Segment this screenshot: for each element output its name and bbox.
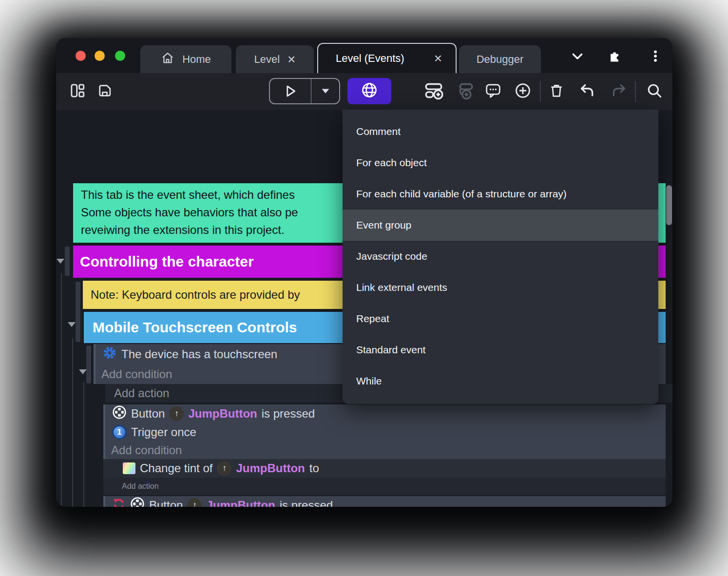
gear-icon	[102, 346, 117, 363]
vertical-scrollbar-thumb[interactable]	[666, 185, 672, 225]
object-thumbnail-up-icon: ↑	[169, 406, 184, 421]
screenshot-stage: Home Level × Level (Events) × Debugger	[0, 0, 728, 576]
play-preview-button[interactable]	[270, 79, 311, 103]
home-icon	[161, 51, 174, 68]
toolbar-divider	[540, 81, 541, 102]
close-tab-icon[interactable]: ×	[287, 53, 295, 66]
gamepad-icon	[130, 497, 145, 507]
tab-debugger[interactable]: Debugger	[459, 45, 541, 73]
collapse-arrow-icon[interactable]	[79, 369, 87, 374]
object-name: JumpButton	[236, 461, 305, 475]
search-icon[interactable]	[643, 79, 666, 102]
titlebar: Home Level × Level (Events) × Debugger	[56, 38, 672, 73]
add-comment-icon[interactable]	[481, 79, 505, 102]
collapse-arrow-icon[interactable]	[68, 322, 76, 327]
globe-icon	[361, 81, 378, 101]
action-row[interactable]: Change tint of ↑ JumpButton to	[123, 459, 666, 478]
condition-row[interactable]: Button ↑ JumpButton is pressed	[105, 496, 666, 507]
add-event-context-menu: Comment For each object For each child v…	[343, 110, 658, 404]
toolbar-divider	[635, 81, 636, 102]
menu-item-javascript-code[interactable]: Javascript code	[343, 241, 658, 272]
event-jumpbutton-2-conditions: Button ↑ JumpButton is pressed 1 Trigger…	[103, 496, 666, 507]
action-text: Change tint of	[140, 461, 212, 475]
menu-item-repeat[interactable]: Repeat	[343, 303, 658, 334]
kebab-menu-icon[interactable]	[645, 47, 666, 65]
add-sub-event-icon[interactable]	[453, 79, 476, 102]
preview-dropdown-button[interactable]	[311, 79, 339, 103]
close-tab-icon[interactable]: ×	[434, 52, 442, 65]
condition-text: is pressed	[262, 407, 315, 421]
condition-text: Button	[149, 499, 183, 507]
close-window-button[interactable]	[76, 51, 86, 61]
object-thumbnail-up-icon: ↑	[217, 461, 231, 476]
object-name: JumpButton	[206, 499, 275, 507]
object-name: JumpButton	[188, 407, 257, 421]
indent-guide	[83, 382, 84, 507]
minimize-window-button[interactable]	[95, 51, 105, 61]
event-rail	[86, 346, 91, 384]
condition-row[interactable]: 1 Trigger once	[105, 423, 666, 441]
condition-text: is pressed	[280, 499, 333, 507]
indent-guide	[72, 338, 73, 507]
menu-item-while[interactable]: While	[343, 365, 658, 397]
tab-label: Debugger	[477, 53, 524, 66]
note-text: Note: Keyboard controls are provided by	[91, 288, 300, 302]
tab-level[interactable]: Level ×	[236, 45, 314, 73]
preview-button-group	[269, 78, 340, 104]
action-text: to	[309, 461, 319, 475]
menu-item-link-external-events[interactable]: Link external events	[343, 272, 658, 303]
indent-guide	[61, 273, 62, 507]
event-jumpbutton-1-conditions: Button ↑ JumpButton is pressed 1 Trigger…	[103, 404, 666, 459]
add-action-link[interactable]: Add action	[103, 478, 666, 495]
redo-icon[interactable]	[607, 79, 631, 102]
panel-layout-icon[interactable]	[66, 79, 89, 102]
tab-label: Level	[254, 53, 280, 66]
add-circle-icon[interactable]	[511, 79, 535, 102]
collapse-arrow-icon[interactable]	[57, 259, 64, 264]
add-event-icon[interactable]	[422, 79, 445, 102]
save-icon[interactable]	[93, 79, 116, 102]
group-title: Mobile Touchscreen Controls	[93, 319, 297, 336]
condition-text: Button	[131, 407, 165, 421]
object-thumbnail-up-icon: ↑	[187, 498, 202, 507]
trigger-once-icon: 1	[112, 425, 127, 440]
event-rail	[65, 247, 70, 276]
delete-trash-icon[interactable]	[545, 79, 568, 102]
menu-item-standard-event[interactable]: Standard event	[343, 334, 658, 365]
add-condition-link[interactable]: Add condition	[105, 441, 666, 459]
tint-color-icon	[123, 462, 135, 474]
condition-row[interactable]: Button ↑ JumpButton is pressed	[105, 404, 666, 423]
extensions-puzzle-icon[interactable]	[605, 47, 626, 65]
tabs-chevron-down-icon[interactable]	[567, 47, 588, 65]
toolbar	[56, 73, 672, 110]
tab-label: Level (Events)	[336, 52, 404, 65]
condition-text: The device has a touchscreen	[121, 347, 277, 361]
network-preview-button[interactable]	[347, 78, 391, 104]
gamepad-icon	[112, 405, 127, 422]
tab-home[interactable]: Home	[140, 45, 231, 73]
zoom-window-button[interactable]	[115, 51, 125, 61]
tab-label: Home	[182, 53, 211, 66]
menu-item-for-each-object[interactable]: For each object	[343, 147, 658, 178]
undo-icon[interactable]	[575, 79, 599, 102]
menu-item-comment[interactable]: Comment	[343, 116, 658, 147]
tab-level-events[interactable]: Level (Events) ×	[317, 43, 457, 73]
condition-text: Trigger once	[131, 425, 196, 439]
menu-item-event-group[interactable]: Event group	[343, 210, 658, 241]
group-title: Controlling the character	[80, 253, 254, 270]
event-jumpbutton-1-actions: Change tint of ↑ JumpButton to Add actio…	[103, 459, 666, 495]
app-window: Home Level × Level (Events) × Debugger	[56, 38, 672, 507]
event-rail	[76, 282, 80, 342]
invert-condition-icon	[112, 497, 126, 507]
menu-item-for-each-child-variable[interactable]: For each child variable (of a structure …	[343, 178, 658, 210]
